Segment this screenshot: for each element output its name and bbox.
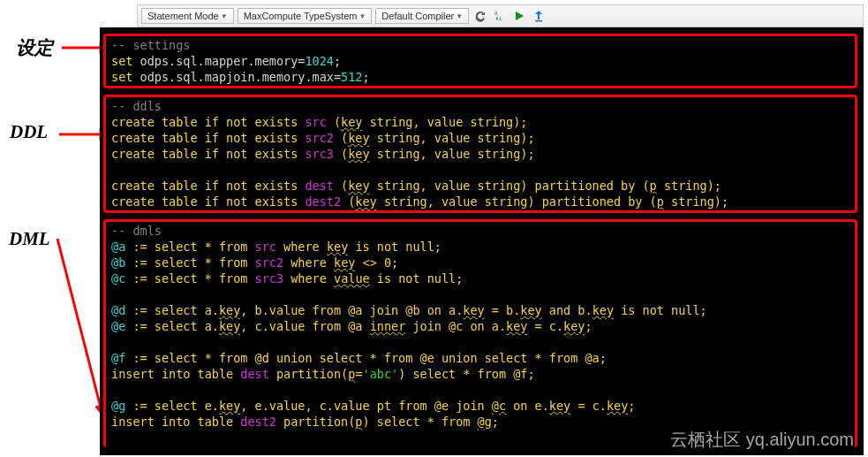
code-line: @b := select * from src2 where key <> 0; xyxy=(111,255,849,270)
code-line: insert into table dest2 partition(p) sel… xyxy=(111,414,849,430)
code-line: @f := select * from @d union select * fr… xyxy=(111,350,849,366)
compiler-dropdown[interactable]: Default Compiler ▼ xyxy=(375,8,469,24)
chevron-down-icon: ▼ xyxy=(359,12,366,20)
refresh-icon[interactable] xyxy=(472,8,488,24)
comment: -- ddls xyxy=(111,99,162,113)
code-line: create table if not exists src (key stri… xyxy=(111,114,849,130)
run-icon[interactable] xyxy=(511,8,527,24)
settings-block: -- settings set odps.sql.mapper.memory=1… xyxy=(103,34,857,88)
compiler-label: Default Compiler xyxy=(381,11,454,21)
label-ddl: DDL xyxy=(10,121,48,143)
label-dml: DML xyxy=(9,228,50,250)
statement-mode-dropdown[interactable]: Statement Mode ▼ xyxy=(141,8,234,24)
code-line: insert into table dest partition(p='abc'… xyxy=(111,366,849,382)
chevron-down-icon: ▼ xyxy=(221,12,228,20)
code-line: @e := select a.key, c.value from @a inne… xyxy=(111,318,849,334)
code-line: create table if not exists dest2 (key st… xyxy=(111,194,849,209)
code-line: @c := select * from src3 where value is … xyxy=(111,270,849,286)
upload-icon[interactable] xyxy=(531,8,547,24)
code-editor[interactable]: -- settings set odps.sql.mapper.memory=1… xyxy=(100,27,864,455)
code-line: set odps.sql.mapjoin.memory.max=512; xyxy=(111,69,849,85)
editor-toolbar: Statement Mode ▼ MaxCompute TypeSystem ▼… xyxy=(137,4,864,27)
arrow-ddl xyxy=(55,124,106,145)
comment: -- dmls xyxy=(111,224,162,238)
code-line: @g := select e.key, e.value, c.value pt … xyxy=(111,398,849,414)
code-line: create table if not exists src3 (key str… xyxy=(111,146,849,162)
dml-block: -- dmls @a := select * from src where ke… xyxy=(103,219,857,447)
code-line: @a := select * from src where key is not… xyxy=(111,239,849,255)
svg-text:1: 1 xyxy=(499,16,502,21)
svg-rect-2 xyxy=(535,20,542,22)
svg-text:0: 0 xyxy=(494,11,498,16)
arrow-settings xyxy=(57,37,106,58)
sort-01-icon[interactable]: 01 xyxy=(492,8,508,24)
code-line: create table if not exists src2 (key str… xyxy=(111,130,849,146)
comment: -- settings xyxy=(111,38,190,52)
typesystem-label: MaxCompute TypeSystem xyxy=(244,11,358,21)
code-line: set odps.sql.mapper.memory=1024; xyxy=(111,53,849,69)
label-settings: 设定 xyxy=(16,35,53,60)
statement-mode-label: Statement Mode xyxy=(147,11,219,21)
code-line: @d := select a.key, b.value from @a join… xyxy=(111,302,849,318)
typesystem-dropdown[interactable]: MaxCompute TypeSystem ▼ xyxy=(238,8,373,24)
code-line: create table if not exists dest (key str… xyxy=(111,178,849,194)
ddl-block: -- ddls create table if not exists src (… xyxy=(103,95,857,213)
chevron-down-icon: ▼ xyxy=(456,12,463,20)
